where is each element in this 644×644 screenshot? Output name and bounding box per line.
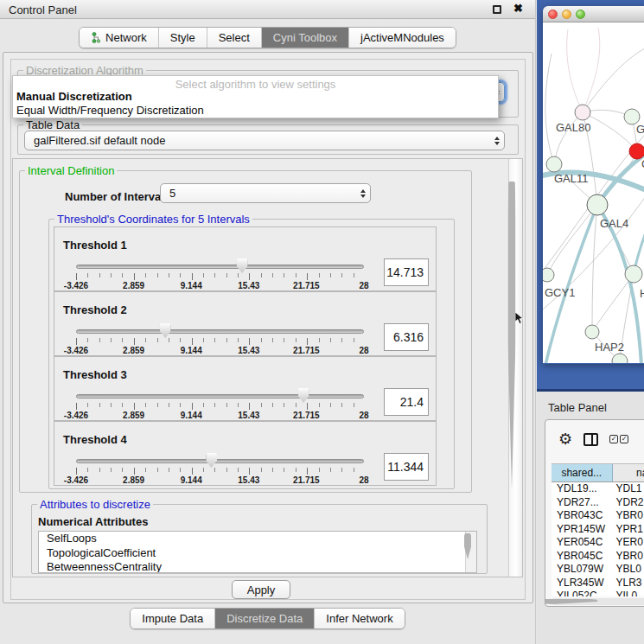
slider-track[interactable] xyxy=(76,394,364,399)
node-h[interactable] xyxy=(625,265,642,283)
node-label-hap2: HAP2 xyxy=(595,341,624,354)
list-item-selfloops[interactable]: SelfLoops xyxy=(39,532,476,546)
network-node-labels: GAL80 GA C GAL11 GAL4 GCY1 H HAP2 xyxy=(545,121,644,354)
network-canvas[interactable]: GAL80 GA C GAL11 GAL4 GCY1 H HAP2 xyxy=(543,22,644,363)
threshold-2-box: Threshold 2 -3.426 2.859 9.144 15.43 21.… xyxy=(54,291,437,356)
tab-impute-data[interactable]: Impute Data xyxy=(131,609,215,628)
vertical-scrollbar[interactable] xyxy=(508,159,522,577)
list-item-topologicalcoefficient[interactable]: TopologicalCoefficient xyxy=(39,546,476,561)
dropdown-option-manual-discretization[interactable]: Manual Discretization xyxy=(13,90,498,104)
table-row[interactable]: YDR27...YDR2 xyxy=(552,496,644,510)
threshold-4-slider[interactable]: -3.426 2.859 9.144 15.43 21.715 28 xyxy=(76,456,364,486)
tick-label: 15.43 xyxy=(238,346,259,355)
combobox-spinner-icon xyxy=(356,184,370,202)
tick-label: 21.715 xyxy=(293,346,320,355)
slider-track[interactable] xyxy=(76,329,364,334)
cell: YBR043C xyxy=(552,509,613,523)
table-row[interactable]: YBR043CYBR0 xyxy=(552,509,644,523)
slider-thumb[interactable] xyxy=(298,388,309,403)
network-view-window: GAL80 GA C GAL11 GAL4 GCY1 H HAP2 xyxy=(543,6,644,364)
cell: YBR0 xyxy=(613,550,644,564)
node-hap2[interactable] xyxy=(585,325,599,339)
cell: YER0 xyxy=(613,536,644,550)
list-scrollbar[interactable] xyxy=(465,532,476,572)
threshold-1-label: Threshold 1 xyxy=(63,239,127,252)
cell: YDR27... xyxy=(552,496,613,510)
slider-tick-labels: -3.426 2.859 9.144 15.43 21.715 28 xyxy=(76,411,364,421)
table-row[interactable]: YLR345WYLR3 xyxy=(552,577,644,590)
close-icon[interactable]: ✖ xyxy=(513,2,523,15)
cell: YBL079W xyxy=(552,563,613,577)
checkbox-icon[interactable]: ✓ xyxy=(609,435,618,443)
tab-style[interactable]: Style xyxy=(159,28,207,48)
minimize-traffic-light-icon[interactable] xyxy=(562,10,571,19)
threshold-2-slider[interactable]: -3.426 2.859 9.144 15.43 21.715 28 xyxy=(76,327,364,356)
threshold-3-value-field[interactable] xyxy=(384,388,429,416)
slider-thumb[interactable] xyxy=(237,258,248,273)
close-traffic-light-icon[interactable] xyxy=(548,10,558,19)
column-header-shared-name[interactable]: shared... xyxy=(552,464,613,481)
tick-label: 9.144 xyxy=(181,475,202,485)
threshold-4-value-field[interactable] xyxy=(384,453,429,481)
gear-icon[interactable]: ⚙ xyxy=(558,431,572,447)
horizontal-scrollbar[interactable] xyxy=(552,598,644,605)
cell: YLR345W xyxy=(552,577,613,590)
slider-track[interactable] xyxy=(76,265,364,269)
table-row[interactable]: YIL052CYIL0 xyxy=(552,590,644,596)
tab-infer-network[interactable]: Infer Network xyxy=(315,609,404,628)
table-row[interactable]: YBR045CYBR0 xyxy=(552,550,644,564)
columns-icon[interactable] xyxy=(583,433,598,446)
number-of-intervals-combobox[interactable]: 5 xyxy=(160,183,371,203)
list-item-betweennesscentrality[interactable]: BetweennessCentrality xyxy=(39,560,476,573)
tick-label: 2.859 xyxy=(123,475,144,485)
cell: YIL052C xyxy=(552,590,613,596)
node-gal11[interactable] xyxy=(546,156,562,172)
tab-discretize-data[interactable]: Discretize Data xyxy=(215,609,315,628)
table-panel: Table Panel ⚙ ✓ ✓ shared... na YDL19...Y… xyxy=(537,395,644,644)
node-partial-bottom[interactable] xyxy=(612,354,628,363)
select-columns-icons[interactable]: ✓ ✓ xyxy=(609,435,628,443)
node-gal80[interactable] xyxy=(575,105,590,120)
list-scrollbar-thumb[interactable] xyxy=(464,533,471,559)
table-panel-toolbar: ⚙ ✓ ✓ xyxy=(545,420,644,458)
tab-cyni-toolbox[interactable]: Cyni Toolbox xyxy=(262,28,349,48)
checkbox-icon[interactable]: ✓ xyxy=(620,435,628,443)
cell: YBR0 xyxy=(613,509,644,523)
slider-thumb[interactable] xyxy=(160,323,171,338)
cell: YBR045C xyxy=(552,550,613,564)
control-panel-titlebar: Control Panel ✖ xyxy=(0,0,535,19)
tab-jactivemnodules[interactable]: jActiveMNodules xyxy=(349,28,456,48)
table-data-combobox[interactable]: galFiltered.sif default node xyxy=(24,131,505,150)
table-row[interactable]: YPR145WYPR1 xyxy=(552,523,644,537)
node-attribute-table[interactable]: shared... na YDL19...YDL1 YDR27...YDR2 Y… xyxy=(552,463,644,596)
cell: YPR145W xyxy=(552,523,613,537)
tab-network[interactable]: Network xyxy=(80,28,159,48)
tick-label: 28 xyxy=(359,475,368,485)
vertical-scrollbar-thumb[interactable] xyxy=(508,182,516,489)
zoom-traffic-light-icon[interactable] xyxy=(576,10,585,19)
slider-tick-labels: -3.426 2.859 9.144 15.43 21.715 28 xyxy=(76,346,364,356)
tick-label: 21.715 xyxy=(293,411,320,420)
tab-style-label: Style xyxy=(170,31,195,44)
horizontal-scrollbar-thumb[interactable] xyxy=(545,599,597,604)
dropdown-option-equal-width-frequency[interactable]: Equal Width/Frequency Discretization xyxy=(13,104,498,118)
slider-track[interactable] xyxy=(76,459,364,463)
threshold-3-slider[interactable]: -3.426 2.859 9.144 15.43 21.715 28 xyxy=(76,392,364,421)
apply-button[interactable]: Apply xyxy=(232,580,290,599)
column-header-name[interactable]: na xyxy=(613,464,644,481)
tab-select[interactable]: Select xyxy=(207,28,262,48)
table-data-group-title: Table Data xyxy=(23,118,82,131)
node-gcy1[interactable] xyxy=(543,268,554,282)
bottom-tab-bar: Impute Data Discretize Data Infer Networ… xyxy=(0,608,535,629)
network-nodes[interactable] xyxy=(543,105,644,363)
threshold-1-value-field[interactable] xyxy=(384,258,429,286)
slider-thumb[interactable] xyxy=(206,453,217,468)
threshold-1-slider[interactable]: -3.426 2.859 9.144 15.43 21.715 28 xyxy=(76,262,364,291)
table-row[interactable]: YBL079WYBL0 xyxy=(552,563,644,577)
numerical-attributes-list: SelfLoops TopologicalCoefficient Between… xyxy=(38,531,477,573)
float-window-icon[interactable] xyxy=(493,5,501,14)
node-gal4[interactable] xyxy=(587,194,608,215)
table-row[interactable]: YER054CYER0 xyxy=(552,536,644,550)
table-row[interactable]: YDL19...YDL1 xyxy=(552,482,644,496)
threshold-2-value-field[interactable] xyxy=(384,323,429,351)
